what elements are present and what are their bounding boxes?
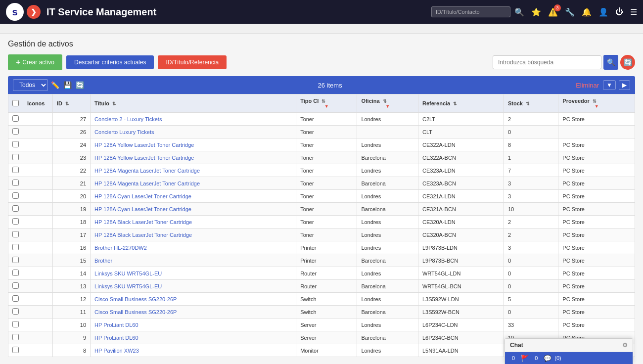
row-title[interactable]: HP 128A Black LaserJet Toner Cartridge: [91, 228, 296, 241]
oficina-filter[interactable]: ▼: [361, 104, 414, 109]
logo-arrow[interactable]: ❯: [27, 5, 41, 19]
row-checkbox[interactable]: [12, 141, 19, 147]
row-checkbox[interactable]: [12, 231, 19, 237]
wrench-icon[interactable]: 🔧: [565, 7, 575, 17]
row-oficina: Londres: [357, 293, 418, 306]
row-id: 24: [53, 138, 91, 151]
row-proveedor: PC Store: [558, 228, 635, 241]
row-checkbox[interactable]: [12, 115, 19, 122]
refresh-icon[interactable]: 🔄: [76, 81, 84, 89]
row-title[interactable]: Cisco Small Business SG220-26P: [91, 293, 296, 306]
filter-dropdown[interactable]: Todos: [13, 79, 48, 91]
row-title[interactable]: HP 128A Yellow LaserJet Toner Cartridge: [91, 151, 296, 164]
menu-icon[interactable]: ☰: [630, 7, 637, 17]
row-title[interactable]: Linksys SKU WRT54GL-EU: [91, 267, 296, 280]
next-button[interactable]: ▶: [619, 80, 630, 90]
row-checkbox[interactable]: [12, 270, 19, 276]
bell-icon[interactable]: 🔔: [582, 7, 592, 17]
header-referencia[interactable]: Referencia ⇅: [418, 94, 504, 113]
row-title[interactable]: HP 128A Cyan LaserJet Toner Cartridge: [91, 203, 296, 216]
advanced-search-button[interactable]: 🔄: [620, 55, 635, 70]
row-checkbox-cell: [8, 216, 23, 228]
row-checkbox[interactable]: [12, 308, 19, 315]
search-input[interactable]: [493, 55, 601, 69]
header-search-input[interactable]: [431, 6, 510, 17]
row-title[interactable]: Concierto Luxury Tickets: [91, 126, 296, 138]
alert-icon[interactable]: ⚠️ 3: [548, 7, 558, 17]
row-checkbox[interactable]: [12, 128, 19, 135]
row-title[interactable]: HP Pavilion XW23: [91, 344, 296, 357]
table-row: 14 Linksys SKU WRT54GL-EU Router Londres…: [8, 267, 635, 280]
row-icons: [23, 203, 53, 216]
row-stock: 0: [504, 267, 558, 280]
row-title[interactable]: Cisco Small Business SG220-26P: [91, 306, 296, 318]
row-checkbox[interactable]: [12, 282, 19, 289]
header-proveedor[interactable]: Proveedor ⇅ ▼: [558, 94, 635, 113]
header-stock[interactable]: Stock ⇅: [504, 94, 558, 113]
row-title[interactable]: HP 128A Black LaserJet Toner Cartridge: [91, 216, 296, 228]
row-proveedor: PC Store: [558, 138, 635, 151]
save-icon[interactable]: 💾: [63, 81, 72, 89]
tipoci-filter[interactable]: ▼: [300, 104, 353, 109]
row-checkbox[interactable]: [12, 334, 19, 340]
row-checkbox[interactable]: [12, 244, 19, 250]
chat-message-icon[interactable]: 💬: [544, 355, 551, 362]
chat-flag-icon[interactable]: 🚩: [521, 355, 529, 362]
chat-gear-icon[interactable]: ⚙: [622, 342, 628, 349]
row-oficina: Barcelona: [357, 280, 418, 293]
row-checkbox[interactable]: [12, 205, 19, 212]
row-title[interactable]: HP 128A Magenta LaserJet Toner Cartridge: [91, 164, 296, 177]
toolbar-right: ▼ ▶: [603, 80, 630, 90]
table-row: 15 Brother Printer Barcelona L9P873B-BCN…: [8, 254, 635, 267]
search-icon[interactable]: 🔍: [514, 7, 524, 17]
row-title[interactable]: HP 128A Cyan LaserJet Toner Cartridge: [91, 190, 296, 203]
search-button[interactable]: 🔍: [603, 55, 618, 70]
edit-icon[interactable]: ✏️: [51, 81, 59, 89]
row-title[interactable]: HP 128A Magenta LaserJet Toner Cartridge: [91, 177, 296, 190]
chat-count2: 0: [532, 354, 541, 362]
row-title[interactable]: Brother: [91, 254, 296, 267]
row-checkbox[interactable]: [12, 347, 19, 353]
header-id[interactable]: ID ⇅: [53, 94, 91, 113]
row-id: 14: [53, 267, 91, 280]
row-title[interactable]: HP ProLiant DL60: [91, 331, 296, 344]
row-stock: 0: [504, 306, 558, 318]
row-checkbox[interactable]: [12, 321, 19, 327]
expand-button[interactable]: ▼: [603, 80, 616, 90]
row-stock: 7: [504, 164, 558, 177]
power-icon[interactable]: ⏻: [615, 7, 623, 16]
row-checkbox[interactable]: [12, 192, 19, 199]
row-tipo: Toner: [296, 228, 357, 241]
row-title[interactable]: Concierto 2 - Luxury Tickets: [91, 113, 296, 126]
header-tipoci[interactable]: Tipo CI ⇅ ▼: [296, 94, 357, 113]
row-checkbox[interactable]: [12, 180, 19, 186]
select-all-checkbox[interactable]: [12, 100, 19, 106]
row-title[interactable]: Linksys SKU WRT54GL-EU: [91, 280, 296, 293]
row-title[interactable]: HP 128A Yellow LaserJet Toner Cartridge: [91, 138, 296, 151]
user-icon[interactable]: 👤: [598, 7, 608, 17]
delete-label[interactable]: Eliminar: [576, 82, 599, 89]
row-checkbox-cell: [8, 164, 23, 177]
row-checkbox[interactable]: [12, 154, 19, 160]
row-id: 19: [53, 203, 91, 216]
row-checkbox[interactable]: [12, 295, 19, 302]
row-oficina: Barcelona: [357, 203, 418, 216]
row-referencia: CE321A-BCN: [418, 203, 504, 216]
header-titulo[interactable]: Título ⇅: [91, 94, 296, 113]
discard-button[interactable]: Descartar criterios actuales: [66, 55, 154, 69]
row-checkbox[interactable]: [12, 218, 19, 225]
idtitle-button[interactable]: ID/Título/Referencia: [158, 55, 227, 69]
row-proveedor: PC Store: [558, 293, 635, 306]
create-button[interactable]: + Crear activo: [8, 54, 62, 70]
row-title[interactable]: HP ProLiant DL60: [91, 318, 296, 331]
row-oficina: Barcelona: [357, 177, 418, 190]
star-icon[interactable]: ⭐: [531, 7, 541, 17]
row-checkbox[interactable]: [12, 257, 19, 263]
header-oficina[interactable]: Oficina ⇅ ▼: [357, 94, 418, 113]
row-title[interactable]: Brother HL-2270DW2: [91, 241, 296, 254]
proveedor-filter[interactable]: ▼: [562, 104, 631, 109]
row-checkbox[interactable]: [12, 167, 19, 173]
row-tipo: Toner: [296, 203, 357, 216]
row-oficina: Londres: [357, 190, 418, 203]
row-checkbox-cell: [8, 318, 23, 331]
